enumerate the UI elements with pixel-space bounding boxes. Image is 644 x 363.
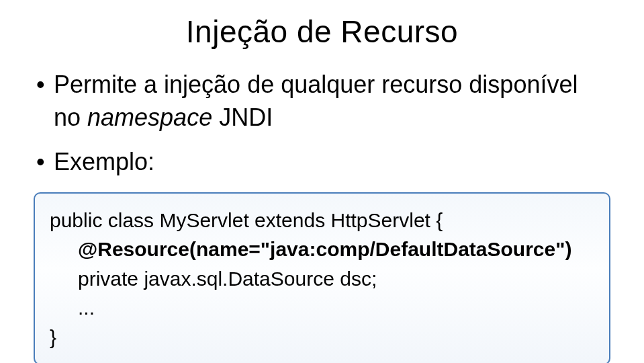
code-example-box: public class MyServlet extends HttpServl… (34, 192, 610, 363)
page-title: Injeção de Recurso (34, 13, 610, 50)
bullet-item-2: Exemplo: (34, 146, 610, 179)
bullet-item-1: Permite a injeção de qualquer recurso di… (34, 69, 610, 134)
bullet1-post: JNDI (212, 104, 273, 131)
code-line-2: @Resource(name="java:comp/DefaultDataSou… (50, 235, 594, 264)
code-line-5: } (50, 323, 594, 352)
code-line-1: public class MyServlet extends HttpServl… (50, 206, 594, 235)
code-line-3: private javax.sql.DataSource dsc; (50, 264, 594, 294)
bullet-list: Permite a injeção de qualquer recurso di… (34, 69, 610, 179)
code-line-4: ... (50, 293, 594, 323)
slide: Injeção de Recurso Permite a injeção de … (0, 0, 644, 363)
bullet1-italic: namespace (87, 104, 212, 131)
